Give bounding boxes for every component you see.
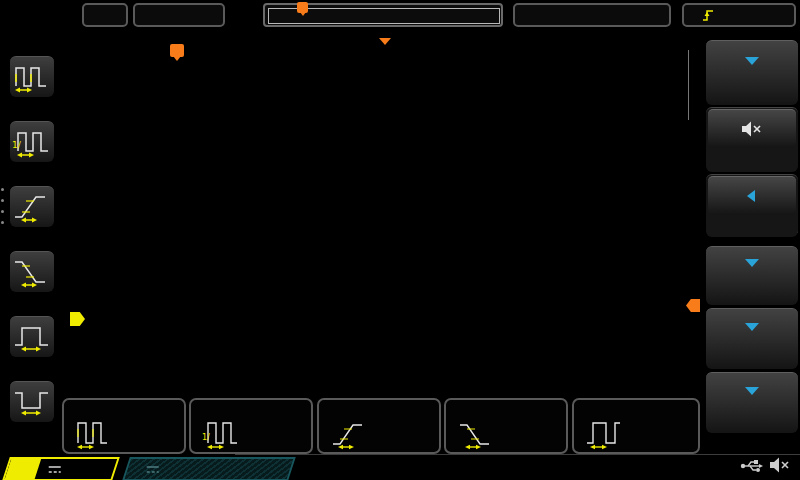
graticule [85,38,687,396]
dc-coupling-icon [146,464,160,475]
channel1-offset-marker-icon [70,312,85,326]
fall-time-icon [10,251,54,292]
utility-menu-tab [688,50,706,120]
trigger-level-marker-icon [686,299,700,312]
chevron-down-icon [745,57,759,72]
measure-item-rise-time[interactable] [0,186,64,232]
measurement-period [62,398,186,454]
channel1-tab[interactable] [2,457,120,480]
measure-item-freq[interactable]: 1/ [0,121,64,167]
speaker-muted-icon [740,120,764,138]
channel1-wedge [5,459,41,479]
chevron-down-icon [745,259,759,274]
svg-text:1/: 1/ [202,433,210,442]
record-button[interactable] [706,308,798,369]
measurement-fall [444,398,568,454]
trigger-status-box [82,3,128,27]
usb-icon [740,457,764,474]
fall-time-icon [456,417,500,451]
freq-icon: 1/ [10,121,54,162]
oscilloscope-screen: 1/ [0,0,800,480]
chevron-down-icon [745,323,759,338]
rise-time-icon [10,186,54,227]
rise-time-icon [329,417,373,451]
measurement-rise [317,398,441,454]
speaker-muted-icon [768,456,792,474]
svg-text:1/: 1/ [12,140,22,150]
preview-trigger-flag-icon [297,2,308,13]
center-reference-icon [379,38,391,51]
io-setup-button[interactable] [706,40,798,105]
chevron-down-icon [745,387,759,402]
freq-icon: 1/ [201,417,245,451]
trigger-position-flag-icon [170,44,184,57]
minus-width-icon [10,381,54,422]
measure-item-pos-width[interactable] [0,316,64,362]
timebase-box [133,3,225,27]
measurement-pos-duty [572,398,700,454]
language-button[interactable] [706,174,798,237]
left-menu-page-dots [1,180,4,232]
plus-duty-icon [584,417,628,451]
measure-item-fall-time[interactable] [0,251,64,297]
measurement-freq: 1/ [189,398,313,454]
status-bar-divider [235,454,800,455]
chevron-left-icon [741,190,755,202]
trigger-box [682,3,796,27]
system-button[interactable] [706,372,798,433]
sound-button[interactable] [706,107,798,172]
pass-fail-button[interactable] [706,246,798,305]
dc-coupling-icon [48,464,62,475]
period-icon [10,56,54,97]
period-icon [74,417,118,451]
measure-item-period[interactable] [0,56,64,102]
plus-width-icon [10,316,54,357]
delay-box [513,3,671,27]
rising-edge-icon [702,8,715,22]
measure-item-neg-width[interactable] [0,381,64,427]
channel2-tab[interactable] [122,457,296,480]
left-measure-menu: 1/ [0,32,64,452]
